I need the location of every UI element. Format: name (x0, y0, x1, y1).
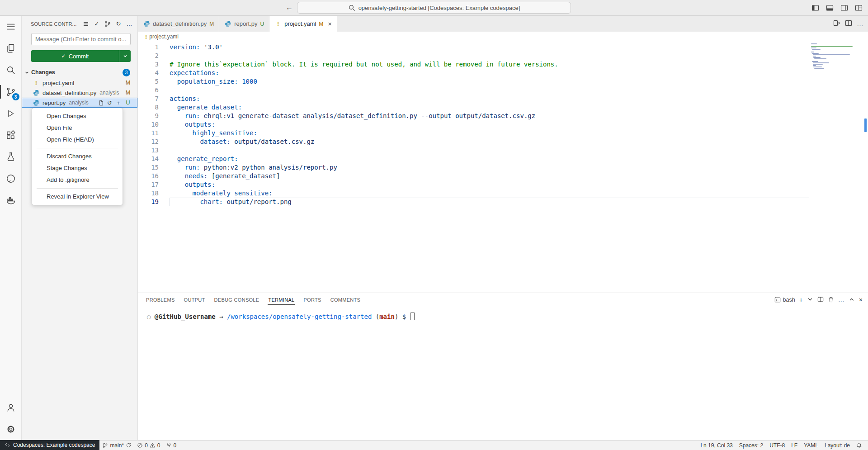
code-lines[interactable]: version: '3.0'# Ignore this`expectation`… (170, 42, 809, 293)
panel-more-icon[interactable]: … (838, 297, 844, 303)
changes-section-header[interactable]: Changes 3 (22, 67, 137, 77)
status-spaces-2[interactable]: Spaces: 2 (736, 441, 766, 450)
ports-status[interactable]: 0 (163, 441, 179, 450)
menu-item-add-to-gitignore[interactable]: Add to .gitignore (32, 174, 123, 186)
search-icon[interactable] (0, 59, 22, 81)
panel-tab-comments[interactable]: COMMENTS (326, 293, 365, 307)
scm-file-row-dataset-definition-py[interactable]: dataset_definition.pyanalysisM (22, 88, 137, 98)
code-line[interactable]: run: python:v2 python analysis/report.py (170, 163, 809, 172)
code-line[interactable]: version: '3.0' (170, 43, 809, 52)
minimap[interactable] (811, 42, 862, 293)
code-line[interactable]: # Ignore this`expectation` block. It is … (170, 60, 809, 69)
panel-tab-terminal[interactable]: TERMINAL (264, 293, 299, 307)
commit-dropdown-arrow[interactable] (119, 50, 131, 62)
testing-beaker-icon[interactable] (0, 146, 22, 168)
code-line[interactable]: highly_sensitive: (170, 129, 809, 137)
code-line[interactable]: outputs: (170, 120, 809, 129)
code-line[interactable]: outputs: (170, 180, 809, 189)
code-line[interactable]: generate_report: (170, 155, 809, 163)
code-line[interactable]: run: ehrql:v1 generate-dataset analysis/… (170, 112, 809, 120)
command-center[interactable]: opensafely-getting-started [Codespaces: … (297, 2, 571, 14)
status-ln-19-col-33[interactable]: Ln 19, Col 33 (697, 441, 736, 450)
run-debug-icon[interactable] (0, 103, 22, 124)
explorer-icon[interactable] (0, 38, 22, 59)
status-utf-8[interactable]: UTF-8 (766, 441, 788, 450)
tab-report-py[interactable]: report.pyU (219, 16, 269, 32)
status-layout-de[interactable]: Layout: de (821, 441, 853, 450)
split-terminal-icon[interactable] (817, 296, 824, 304)
line-number: 2 (138, 52, 166, 60)
kill-terminal-icon[interactable] (828, 296, 834, 304)
overview-ruler[interactable] (862, 42, 868, 293)
source-control-icon[interactable]: 3 (0, 81, 22, 103)
code-line[interactable]: chart: output/report.png (170, 198, 809, 206)
close-panel-icon[interactable]: × (859, 297, 863, 303)
terminal-prompt[interactable]: ○ @GitHub_Username → /workspaces/opensaf… (147, 312, 868, 321)
open-changes-icon[interactable] (833, 19, 840, 28)
shell-selector[interactable]: bash (774, 297, 795, 303)
commit-check-icon[interactable]: ✓ (93, 20, 100, 28)
maximize-panel-icon[interactable] (849, 296, 855, 304)
github-icon[interactable] (0, 168, 22, 189)
code-line[interactable] (170, 86, 809, 95)
menu-item-open-file[interactable]: Open File (32, 122, 123, 134)
status-lf[interactable]: LF (788, 441, 801, 450)
scm-graph-icon[interactable] (104, 20, 111, 28)
menu-item-reveal-in-explorer-view[interactable]: Reveal in Explorer View (32, 191, 123, 203)
toggle-sidebar-icon[interactable] (809, 2, 821, 13)
launch-profile-chevron-icon[interactable] (807, 296, 813, 304)
code-line[interactable]: moderately_sensitive: (170, 189, 809, 198)
panel-tab-debug-console[interactable]: DEBUG CONSOLE (210, 293, 264, 307)
docker-icon[interactable] (0, 189, 22, 211)
code-line[interactable]: population_size: 1000 (170, 77, 809, 86)
back-arrow-icon[interactable]: ← (286, 4, 293, 12)
code-line[interactable]: actions: (170, 95, 809, 103)
notifications-bell-icon[interactable] (853, 441, 865, 450)
code-line[interactable]: dataset: output/dataset.csv.gz (170, 137, 809, 146)
problems-status[interactable]: 0 0 (134, 441, 163, 450)
commit-button[interactable]: ✓Commit (31, 50, 131, 62)
discard-changes-icon[interactable]: ↺ (106, 99, 113, 107)
panel-tab-ports[interactable]: PORTS (299, 293, 326, 307)
tab-project-yaml[interactable]: !project.yamlM× (269, 16, 337, 32)
menu-item-discard-changes[interactable]: Discard Changes (32, 151, 123, 162)
new-terminal-icon[interactable]: + (799, 297, 803, 303)
code-line[interactable]: expectations: (170, 69, 809, 77)
close-tab-icon[interactable]: × (328, 20, 332, 27)
file-folder-desc: analysis (69, 99, 88, 106)
breadcrumb[interactable]: ! project.yaml (138, 32, 868, 42)
menu-item-open-file-head[interactable]: Open File (HEAD) (32, 134, 123, 146)
panel-tab-output[interactable]: OUTPUT (179, 293, 210, 307)
menu-hamburger-icon[interactable] (0, 16, 22, 38)
menu-item-open-changes[interactable]: Open Changes (32, 110, 123, 122)
code-editor[interactable]: 12345678910111213141516171819 version: '… (138, 42, 868, 293)
more-actions-icon[interactable]: … (126, 20, 133, 28)
code-line[interactable]: generate_dataset: (170, 103, 809, 112)
extensions-icon[interactable] (0, 124, 22, 146)
customize-layout-icon[interactable] (853, 2, 864, 13)
settings-gear-icon[interactable] (0, 418, 22, 440)
menu-item-stage-changes[interactable]: Stage Changes (32, 162, 123, 174)
tab-label: project.yaml (284, 20, 316, 27)
scm-file-row-project-yaml[interactable]: !project.yamlM (22, 78, 137, 88)
refresh-icon[interactable]: ↻ (115, 20, 122, 28)
tab-dataset-definition-py[interactable]: dataset_definition.pyM (138, 16, 219, 32)
terminal[interactable]: ○ @GitHub_Username → /workspaces/opensaf… (138, 307, 868, 321)
accounts-icon[interactable] (0, 397, 22, 418)
scm-file-row-report-py[interactable]: report.pyanalysis↺+U (22, 98, 137, 108)
branch-status[interactable]: main* (99, 441, 134, 450)
view-as-list-icon[interactable] (82, 20, 90, 28)
toggle-panel-icon[interactable] (824, 2, 835, 13)
stage-changes-icon[interactable]: + (114, 99, 122, 107)
more-actions-icon[interactable]: … (857, 22, 863, 26)
code-line[interactable]: needs: [generate_dataset] (170, 172, 809, 180)
status-yaml[interactable]: YAML (801, 441, 821, 450)
open-file-icon[interactable] (97, 99, 105, 107)
code-line[interactable] (170, 52, 809, 60)
split-editor-icon[interactable] (845, 19, 852, 28)
panel-tab-problems[interactable]: PROBLEMS (142, 293, 179, 307)
toggle-secondary-sidebar-icon[interactable] (838, 2, 850, 13)
code-line[interactable] (170, 146, 809, 155)
commit-message-input[interactable] (31, 33, 131, 45)
remote-indicator[interactable]: Codespaces: Example codespace (0, 440, 99, 450)
